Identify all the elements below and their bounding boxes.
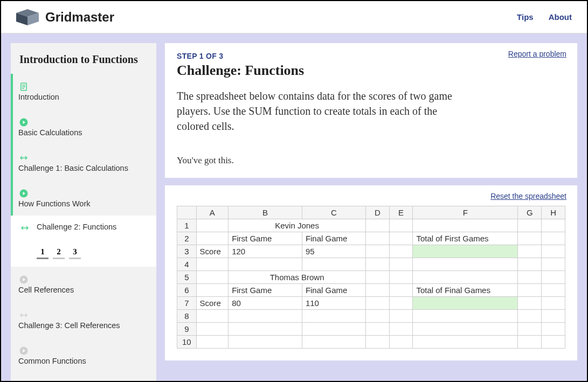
cell-H7[interactable] xyxy=(542,297,565,310)
cell-F3[interactable] xyxy=(413,245,518,258)
spreadsheet[interactable]: ABCDEFGH 1Kevin Jones2First GameFinal Ga… xyxy=(177,206,565,349)
cell-C7[interactable]: 110 xyxy=(302,297,365,310)
cell-D9[interactable] xyxy=(366,323,390,336)
sidebar-item-7[interactable]: Common Functions xyxy=(11,338,156,373)
sidebar-item-6[interactable]: Challenge 3: Cell References xyxy=(11,302,156,338)
cell-E10[interactable] xyxy=(389,336,413,349)
cell-A9[interactable] xyxy=(196,323,229,336)
reset-spreadsheet-link[interactable]: Reset the spreadsheet xyxy=(490,192,566,200)
cell-F5[interactable] xyxy=(413,271,518,284)
step-2[interactable]: 2 xyxy=(53,246,65,259)
row-header-2[interactable]: 2 xyxy=(177,232,197,245)
cell-G3[interactable] xyxy=(518,245,542,258)
cell-A8[interactable] xyxy=(196,310,229,323)
cell-C4[interactable] xyxy=(302,258,365,271)
cell-F1[interactable] xyxy=(413,219,518,232)
cell-A7[interactable]: Score xyxy=(196,297,229,310)
cell-E7[interactable] xyxy=(389,297,413,310)
cell-C2[interactable]: Final Game xyxy=(302,232,365,245)
cell-G9[interactable] xyxy=(518,323,542,336)
sidebar-item-4[interactable]: Challenge 2: Functions123 xyxy=(11,216,156,267)
cell-G8[interactable] xyxy=(518,310,542,323)
cell-D6[interactable] xyxy=(366,284,390,297)
cell-A6[interactable] xyxy=(196,284,229,297)
col-header-G[interactable]: G xyxy=(518,206,542,219)
cell-D4[interactable] xyxy=(366,258,390,271)
cell-G2[interactable] xyxy=(518,232,542,245)
cell-B5[interactable]: Thomas Brown xyxy=(229,271,366,284)
cell-A3[interactable]: Score xyxy=(196,245,229,258)
cell-B7[interactable]: 80 xyxy=(229,297,302,310)
cell-H10[interactable] xyxy=(542,336,565,349)
col-header-F[interactable]: F xyxy=(413,206,518,219)
row-header-5[interactable]: 5 xyxy=(177,271,197,284)
cell-B6[interactable]: First Game xyxy=(229,284,302,297)
cell-D7[interactable] xyxy=(366,297,390,310)
cell-C3[interactable]: 95 xyxy=(302,245,365,258)
cell-A5[interactable] xyxy=(196,271,229,284)
cell-F6[interactable]: Total of Final Games xyxy=(413,284,518,297)
cell-G10[interactable] xyxy=(518,336,542,349)
cell-B1[interactable]: Kevin Jones xyxy=(229,219,366,232)
col-header-E[interactable]: E xyxy=(389,206,413,219)
cell-H4[interactable] xyxy=(542,258,565,271)
row-header-10[interactable]: 10 xyxy=(177,336,197,349)
cell-A4[interactable] xyxy=(196,258,229,271)
row-header-8[interactable]: 8 xyxy=(177,310,197,323)
cell-H3[interactable] xyxy=(542,245,565,258)
cell-B4[interactable] xyxy=(229,258,302,271)
cell-B9[interactable] xyxy=(229,323,302,336)
cell-C9[interactable] xyxy=(302,323,365,336)
cell-E4[interactable] xyxy=(389,258,413,271)
sidebar-item-3[interactable]: How Functions Work xyxy=(11,180,156,216)
cell-B8[interactable] xyxy=(229,310,302,323)
cell-A1[interactable] xyxy=(196,219,229,232)
cell-D5[interactable] xyxy=(366,271,390,284)
cell-E2[interactable] xyxy=(389,232,413,245)
cell-H1[interactable] xyxy=(542,219,565,232)
step-3[interactable]: 3 xyxy=(69,246,81,259)
col-header-B[interactable]: B xyxy=(229,206,302,219)
cell-E3[interactable] xyxy=(389,245,413,258)
cell-D8[interactable] xyxy=(366,310,390,323)
cell-B2[interactable]: First Game xyxy=(229,232,302,245)
cell-H2[interactable] xyxy=(542,232,565,245)
sidebar-item-2[interactable]: Challenge 1: Basic Calculations xyxy=(11,145,156,180)
cell-H5[interactable] xyxy=(542,271,565,284)
cell-G6[interactable] xyxy=(518,284,542,297)
cell-F9[interactable] xyxy=(413,323,518,336)
nav-tips[interactable]: Tips xyxy=(517,12,534,22)
row-header-7[interactable]: 7 xyxy=(177,297,197,310)
row-header-1[interactable]: 1 xyxy=(177,219,197,232)
cell-C6[interactable]: Final Game xyxy=(302,284,365,297)
cell-H9[interactable] xyxy=(542,323,565,336)
cell-G4[interactable] xyxy=(518,258,542,271)
sidebar-item-1[interactable]: Basic Calculations xyxy=(11,109,156,145)
cell-G1[interactable] xyxy=(518,219,542,232)
report-problem-link[interactable]: Report a problem xyxy=(508,50,566,58)
cell-E6[interactable] xyxy=(389,284,413,297)
cell-E8[interactable] xyxy=(389,310,413,323)
cell-D2[interactable] xyxy=(366,232,390,245)
cell-F4[interactable] xyxy=(413,258,518,271)
cell-D10[interactable] xyxy=(366,336,390,349)
row-header-3[interactable]: 3 xyxy=(177,245,197,258)
cell-G7[interactable] xyxy=(518,297,542,310)
cell-C10[interactable] xyxy=(302,336,365,349)
cell-H8[interactable] xyxy=(542,310,565,323)
cell-B3[interactable]: 120 xyxy=(229,245,302,258)
sidebar-item-5[interactable]: Cell References xyxy=(11,267,156,302)
cell-E9[interactable] xyxy=(389,323,413,336)
cell-A10[interactable] xyxy=(196,336,229,349)
row-header-4[interactable]: 4 xyxy=(177,258,197,271)
cell-H6[interactable] xyxy=(542,284,565,297)
cell-C8[interactable] xyxy=(302,310,365,323)
step-1[interactable]: 1 xyxy=(37,246,49,259)
col-header-A[interactable]: A xyxy=(196,206,229,219)
cell-F10[interactable] xyxy=(413,336,518,349)
cell-E5[interactable] xyxy=(389,271,413,284)
row-header-9[interactable]: 9 xyxy=(177,323,197,336)
cell-F7[interactable] xyxy=(413,297,518,310)
row-header-6[interactable]: 6 xyxy=(177,284,197,297)
col-header-H[interactable]: H xyxy=(542,206,565,219)
